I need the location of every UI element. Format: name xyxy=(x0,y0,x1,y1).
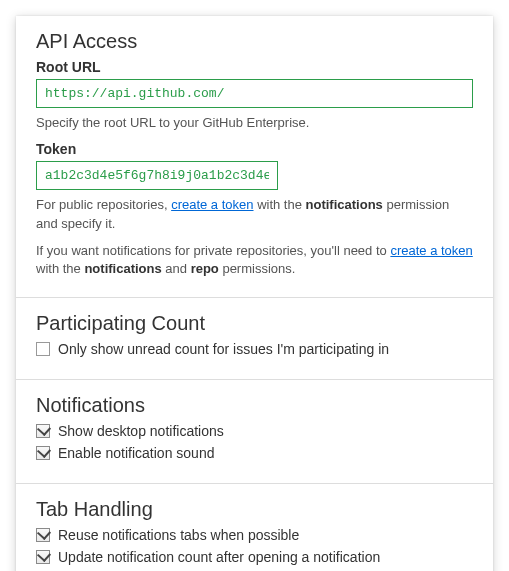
section-tab-handling: Tab Handling Reuse notifications tabs wh… xyxy=(16,483,493,571)
section-api-access: API Access Root URL Specify the root URL… xyxy=(16,16,493,297)
section-notifications: Notifications Show desktop notifications… xyxy=(16,379,493,483)
update-count-checkbox[interactable] xyxy=(36,550,50,564)
root-url-input[interactable] xyxy=(36,79,473,108)
settings-panel: API Access Root URL Specify the root URL… xyxy=(16,16,493,571)
notifications-title: Notifications xyxy=(36,394,473,417)
reuse-tabs-row[interactable]: Reuse notifications tabs when possible xyxy=(36,527,473,543)
enable-notification-sound-checkbox[interactable] xyxy=(36,446,50,460)
token-help-private-bold2: repo xyxy=(191,261,219,276)
show-desktop-notifications-row[interactable]: Show desktop notifications xyxy=(36,423,473,439)
token-help-private-prefix: If you want notifications for private re… xyxy=(36,243,390,258)
create-token-public-link[interactable]: create a token xyxy=(171,197,253,212)
token-help-public-mid: with the xyxy=(254,197,306,212)
section-participating-count: Participating Count Only show unread cou… xyxy=(16,297,493,379)
root-url-label: Root URL xyxy=(36,59,473,75)
token-label: Token xyxy=(36,141,473,157)
token-help-private-bold1: notifications xyxy=(84,261,161,276)
token-help-public: For public repositories, create a token … xyxy=(36,196,473,234)
create-token-private-link[interactable]: create a token xyxy=(390,243,472,258)
only-unread-participating-checkbox[interactable] xyxy=(36,342,50,356)
only-unread-participating-row[interactable]: Only show unread count for issues I'm pa… xyxy=(36,341,473,357)
reuse-tabs-label: Reuse notifications tabs when possible xyxy=(58,527,299,543)
token-help-private: If you want notifications for private re… xyxy=(36,242,473,280)
token-help-public-prefix: For public repositories, xyxy=(36,197,171,212)
enable-notification-sound-label: Enable notification sound xyxy=(58,445,214,461)
participating-count-title: Participating Count xyxy=(36,312,473,335)
show-desktop-notifications-checkbox[interactable] xyxy=(36,424,50,438)
api-access-title: API Access xyxy=(36,30,473,53)
token-help-private-suffix: permissions. xyxy=(219,261,296,276)
update-count-label: Update notification count after opening … xyxy=(58,549,380,565)
root-url-help: Specify the root URL to your GitHub Ente… xyxy=(36,114,473,133)
token-input[interactable] xyxy=(36,161,278,190)
tab-handling-title: Tab Handling xyxy=(36,498,473,521)
enable-notification-sound-row[interactable]: Enable notification sound xyxy=(36,445,473,461)
token-help-public-bold: notifications xyxy=(306,197,383,212)
token-help-private-mid: with the xyxy=(36,261,84,276)
show-desktop-notifications-label: Show desktop notifications xyxy=(58,423,224,439)
update-count-row[interactable]: Update notification count after opening … xyxy=(36,549,473,565)
reuse-tabs-checkbox[interactable] xyxy=(36,528,50,542)
token-help-private-and: and xyxy=(162,261,191,276)
only-unread-participating-label: Only show unread count for issues I'm pa… xyxy=(58,341,389,357)
